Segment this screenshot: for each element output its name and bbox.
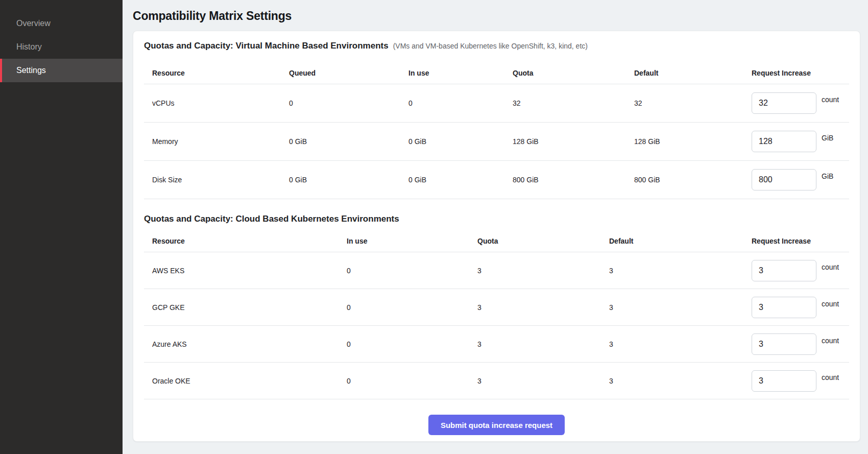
column-header-request-increase: Request Increase	[752, 237, 849, 245]
column-header-in-use: In use	[347, 237, 477, 245]
column-header-quota: Quota	[513, 69, 634, 77]
sidebar-item-label: History	[16, 42, 42, 52]
sidebar-item-history[interactable]: History	[0, 35, 123, 59]
default-value: 3	[609, 340, 752, 348]
request-increase-cell: count	[752, 260, 849, 281]
in-use-value: 0	[408, 99, 513, 107]
column-header-resource: Resource	[144, 237, 347, 245]
vm-section-title: Quotas and Capacity: Virtual Machine Bas…	[144, 39, 389, 53]
table-row-oracle-oke: Oracle OKE 0 3 3 count	[144, 363, 849, 399]
table-row-gcp-gke: GCP GKE 0 3 3 count	[144, 289, 849, 326]
sidebar-item-settings[interactable]: Settings	[0, 59, 123, 82]
vm-section-header: Quotas and Capacity: Virtual Machine Bas…	[144, 39, 849, 53]
in-use-value: 0	[347, 377, 477, 385]
default-value: 128 GiB	[634, 137, 752, 146]
oracle-oke-request-input[interactable]	[752, 370, 816, 392]
main-content: Compatibility Matrix Settings Quotas and…	[123, 0, 868, 442]
cloud-section-header: Quotas and Capacity: Cloud Based Kuberne…	[144, 199, 849, 226]
default-value: 800 GiB	[634, 176, 752, 184]
request-increase-cell: GiB	[752, 169, 849, 190]
table-row-memory: Memory 0 GiB 0 GiB 128 GiB 128 GiB GiB	[144, 123, 849, 161]
unit-label: count	[822, 263, 839, 271]
column-header-default: Default	[609, 237, 752, 245]
in-use-value: 0 GiB	[408, 137, 513, 146]
request-increase-cell: count	[752, 333, 849, 355]
quota-value: 3	[477, 267, 609, 275]
default-value: 3	[609, 267, 752, 275]
sidebar-item-label: Overview	[16, 19, 51, 28]
unit-label: GiB	[822, 172, 833, 180]
quota-value: 3	[477, 377, 609, 385]
table-row-azure-aks: Azure AKS 0 3 3 count	[144, 326, 849, 363]
request-increase-cell: count	[752, 370, 849, 392]
default-value: 3	[609, 303, 752, 312]
column-header-default: Default	[634, 69, 752, 77]
azure-aks-request-input[interactable]	[752, 333, 816, 355]
default-value: 3	[609, 377, 752, 385]
in-use-value: 0	[347, 267, 477, 275]
quota-value: 32	[513, 99, 634, 107]
submit-quota-increase-button[interactable]: Submit quota increase request	[428, 415, 565, 435]
queued-value: 0 GiB	[289, 176, 408, 184]
in-use-value: 0 GiB	[408, 176, 513, 184]
memory-request-input[interactable]	[752, 131, 816, 152]
column-header-quota: Quota	[477, 237, 609, 245]
quota-value: 800 GiB	[513, 176, 634, 184]
unit-label: count	[822, 95, 839, 104]
vcpus-request-input[interactable]	[752, 92, 816, 114]
queued-value: 0 GiB	[289, 137, 408, 146]
cloud-section-title: Quotas and Capacity: Cloud Based Kuberne…	[144, 212, 399, 226]
quota-value: 3	[477, 303, 609, 312]
unit-label: count	[822, 337, 839, 345]
settings-card: Quotas and Capacity: Virtual Machine Bas…	[133, 31, 860, 442]
resource-name: AWS EKS	[144, 267, 347, 275]
resource-name: GCP GKE	[144, 303, 347, 312]
resource-name: Azure AKS	[144, 340, 347, 348]
quota-value: 3	[477, 340, 609, 348]
vm-section-subtitle: (VMs and VM-based Kubernetes like OpenSh…	[393, 39, 588, 53]
gcp-gke-request-input[interactable]	[752, 297, 816, 318]
in-use-value: 0	[347, 303, 477, 312]
request-increase-cell: GiB	[752, 131, 849, 152]
request-increase-cell: count	[752, 297, 849, 318]
sidebar-item-label: Settings	[16, 66, 46, 75]
aws-eks-request-input[interactable]	[752, 260, 816, 281]
resource-name: Memory	[144, 137, 289, 146]
cloud-table-header: Resource In use Quota Default Request In…	[144, 226, 849, 252]
default-value: 32	[634, 99, 752, 107]
resource-name: Oracle OKE	[144, 377, 347, 385]
column-header-request-increase: Request Increase	[752, 69, 849, 77]
quota-value: 128 GiB	[513, 137, 634, 146]
queued-value: 0	[289, 99, 408, 107]
unit-label: count	[822, 300, 839, 308]
column-header-in-use: In use	[408, 69, 513, 77]
in-use-value: 0	[347, 340, 477, 348]
submit-row: Submit quota increase request	[144, 399, 849, 435]
sidebar: Overview History Settings	[0, 0, 123, 454]
request-increase-cell: count	[752, 92, 849, 114]
table-row-vcpus: vCPUs 0 0 32 32 count	[144, 84, 849, 123]
resource-name: Disk Size	[144, 176, 289, 184]
table-row-aws-eks: AWS EKS 0 3 3 count	[144, 252, 849, 289]
resource-name: vCPUs	[144, 99, 289, 107]
page-title: Compatibility Matrix Settings	[133, 9, 860, 23]
column-header-queued: Queued	[289, 69, 408, 77]
column-header-resource: Resource	[144, 69, 289, 77]
unit-label: count	[822, 373, 839, 381]
table-row-disk-size: Disk Size 0 GiB 0 GiB 800 GiB 800 GiB Gi…	[144, 161, 849, 199]
vm-table-header: Resource Queued In use Quota Default Req…	[144, 53, 849, 84]
unit-label: GiB	[822, 134, 833, 142]
sidebar-item-overview[interactable]: Overview	[0, 12, 123, 35]
disk-size-request-input[interactable]	[752, 169, 816, 190]
